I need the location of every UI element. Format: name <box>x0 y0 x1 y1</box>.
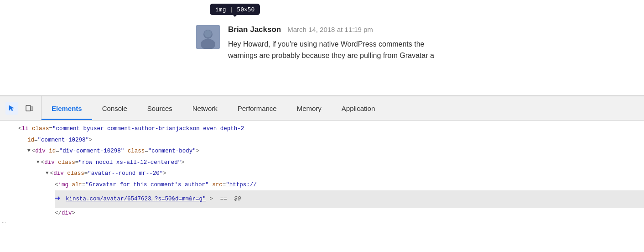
svg-rect-4 <box>26 105 31 111</box>
dom-line-5: ▼ <div class="avatar--round mr--20"> <box>46 168 644 179</box>
webpage-preview: img | 50×50 Brian Jackson March 14, 2018… <box>0 0 644 96</box>
comment-text-line1: Hey Howard, if you're using native WordP… <box>228 40 425 48</box>
dom-line-2: id="comment-10298"> <box>27 135 644 146</box>
comment-section: Brian Jackson March 14, 2018 at 11:19 pm… <box>0 0 644 62</box>
element-tooltip: img | 50×50 <box>210 4 260 15</box>
dom-line-8: </div> <box>55 208 644 219</box>
comment-text: Hey Howard, if you're using native WordP… <box>228 39 621 62</box>
svg-point-3 <box>204 30 212 37</box>
dom-line-6: <img alt="Gravatar for this comment's au… <box>55 179 644 191</box>
overflow-indicator: … <box>2 218 6 226</box>
devtools-toolbar: Elements Console Sources Network Perform… <box>0 96 644 121</box>
tooltip-dimensions: 50×50 <box>237 6 254 13</box>
dom-line-3: ▼ <div id="div-comment-10298" class="com… <box>27 146 644 157</box>
devtools-tabs: Elements Console Sources Network Perform… <box>42 96 644 120</box>
dom-line-1: <li class="comment byuser comment-author… <box>18 123 644 135</box>
devtools-icons-group <box>0 96 42 120</box>
avatar-wrapper <box>196 25 220 49</box>
comment-date: March 14, 2018 at 11:19 pm <box>287 26 373 33</box>
devtools-dom-panel: <li class="comment byuser comment-author… <box>0 121 644 252</box>
comment-author: Brian Jackson <box>228 25 281 34</box>
tab-memory[interactable]: Memory <box>287 96 332 120</box>
selection-arrow: ➜ <box>55 191 60 207</box>
avatar <box>196 25 220 49</box>
dom-line-4: ▼ <div class="row nocol xs-all-12-center… <box>36 157 644 168</box>
element-picker-button[interactable] <box>5 102 18 115</box>
device-toggle-button[interactable] <box>23 102 36 115</box>
tab-network[interactable]: Network <box>182 96 228 120</box>
dom-line-7-highlighted: ➜ kinsta.com/avatar/6547623…?s=50&d=mm&r… <box>55 190 644 208</box>
comment-content: Brian Jackson March 14, 2018 at 11:19 pm… <box>228 25 621 62</box>
tab-performance[interactable]: Performance <box>228 96 287 120</box>
comment-meta: Brian Jackson March 14, 2018 at 11:19 pm <box>228 25 621 34</box>
comment-text-line2: warnings are probably because they are p… <box>228 52 434 59</box>
src-url[interactable]: kinsta.com/avatar/6547623…?s=50&d=mm&r=g… <box>66 194 206 205</box>
tab-elements[interactable]: Elements <box>42 96 92 120</box>
tooltip-tag: img <box>215 6 226 13</box>
tab-sources[interactable]: Sources <box>137 96 182 120</box>
tab-console[interactable]: Console <box>92 96 137 120</box>
tab-application[interactable]: Application <box>332 96 385 120</box>
svg-rect-5 <box>31 107 33 110</box>
